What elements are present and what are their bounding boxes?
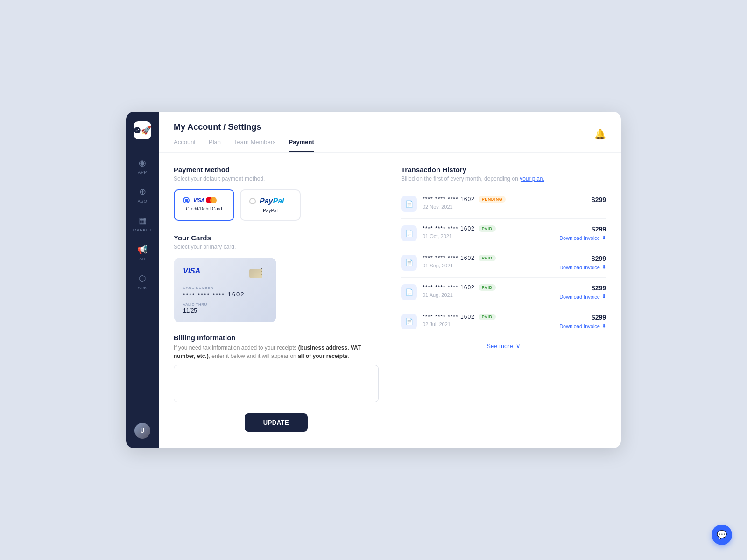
transaction-subtitle: Billed on the first of every month, depe… — [401, 175, 606, 182]
aso-icon: ⊕ — [139, 187, 146, 197]
tab-team[interactable]: Team Members — [234, 139, 276, 152]
payment-option-paypal[interactable]: PayPal PayPal — [240, 189, 301, 221]
transaction-date-1: 02 Nov, 2021 — [423, 204, 586, 210]
transaction-item-2: 📄 **** **** **** 1602 PAID 01 Oct, 2021 … — [401, 219, 606, 248]
payment-method-subtitle: Select your default payment method. — [174, 175, 379, 182]
card-logos: VISA — [193, 197, 217, 203]
app-icon: ◉ — [139, 158, 146, 168]
sidebar-item-ad[interactable]: 📢 AD — [126, 240, 159, 266]
download-invoice-5[interactable]: Download Invoice ⬇ — [559, 323, 606, 329]
sidebar-item-aso-label: ASO — [138, 199, 148, 203]
chat-icon: 💬 — [717, 530, 727, 540]
notification-bell-icon[interactable]: 🔔 — [594, 129, 606, 139]
transaction-history-title: Transaction History — [401, 166, 606, 174]
sdk-icon: ⬡ — [139, 273, 146, 284]
download-invoice-4[interactable]: Download Invoice ⬇ — [559, 294, 606, 300]
app-shell: 🚀 ◉ APP ⊕ ASO ▦ MARKET 📢 AD ⬡ SDK — [126, 112, 621, 448]
logo[interactable]: 🚀 — [134, 121, 151, 139]
transaction-icon-4: 📄 — [401, 284, 417, 300]
paypal-logo-icon: PayPal — [260, 197, 284, 205]
transaction-info-4: **** **** **** 1602 PAID 01 Aug, 2021 — [423, 284, 554, 298]
your-plan-link[interactable]: your plan. — [520, 175, 544, 182]
transaction-amount-1: $299 — [592, 196, 606, 203]
sidebar-item-market[interactable]: ▦ MARKET — [126, 211, 159, 237]
transaction-date-5: 02 Jul, 2021 — [423, 322, 554, 327]
transaction-date-3: 01 Sep, 2021 — [423, 263, 554, 268]
download-invoice-2[interactable]: Download Invoice ⬇ — [559, 235, 606, 241]
transaction-info-1: **** **** **** 1602 PENDING 02 Nov, 2021 — [423, 196, 586, 210]
main-content: My Account / Settings Account Plan Team … — [159, 112, 621, 448]
transaction-badge-1: PENDING — [479, 196, 506, 203]
billing-textarea[interactable] — [174, 365, 379, 402]
your-cards-subtitle: Select your primary card. — [174, 244, 379, 250]
transaction-amount-4: $299 — [559, 284, 606, 292]
sidebar-item-sdk-label: SDK — [138, 286, 147, 290]
right-column: Transaction History Billed on the first … — [401, 166, 606, 435]
sidebar-item-app[interactable]: ◉ APP — [126, 153, 159, 179]
card-expiry-label: VALID THRU — [183, 302, 267, 307]
transaction-amount-5: $299 — [559, 314, 606, 321]
transaction-badge-5: PAID — [479, 314, 496, 320]
transaction-item-4: 📄 **** **** **** 1602 PAID 01 Aug, 2021 … — [401, 278, 606, 307]
card-number: •••• •••• •••• 1602 — [183, 291, 267, 298]
transaction-item-3: 📄 **** **** **** 1602 PAID 01 Sep, 2021 … — [401, 248, 606, 278]
billing-title: Billing Information — [174, 334, 379, 342]
sidebar-item-sdk[interactable]: ⬡ SDK — [126, 269, 159, 295]
transaction-id-5: **** **** **** 1602 — [423, 314, 475, 320]
tab-account[interactable]: Account — [174, 139, 196, 152]
billing-description: If you need tax information added to you… — [174, 343, 379, 360]
payment-option-card[interactable]: VISA Credit/Debit Card — [174, 189, 234, 221]
tab-plan[interactable]: Plan — [209, 139, 221, 152]
sidebar: 🚀 ◉ APP ⊕ ASO ▦ MARKET 📢 AD ⬡ SDK — [126, 112, 159, 448]
radio-paypal — [249, 198, 256, 204]
left-column: Payment Method Select your default payme… — [174, 166, 379, 435]
update-button-container: UPDATE — [174, 413, 379, 432]
billing-section: Billing Information If you need tax info… — [174, 334, 379, 432]
saved-card[interactable]: VISA ⋮ CARD NUMBER •••• •••• •••• 1602 V… — [174, 258, 276, 322]
transaction-right-4: $299 Download Invoice ⬇ — [559, 284, 606, 300]
your-cards-title: Your Cards — [174, 234, 379, 242]
mastercard-logo-icon — [206, 197, 217, 203]
transaction-id-2: **** **** **** 1602 — [423, 225, 475, 232]
transaction-date-4: 01 Aug, 2021 — [423, 292, 554, 298]
card-expiry: 11/25 — [183, 308, 267, 314]
card-brand-label: VISA — [183, 267, 200, 275]
page-title: My Account / Settings — [174, 122, 314, 132]
transaction-badge-2: PAID — [479, 225, 496, 232]
tab-payment[interactable]: Payment — [289, 139, 314, 152]
transaction-item-5: 📄 **** **** **** 1602 PAID 02 Jul, 2021 … — [401, 307, 606, 336]
header-right: 🔔 — [594, 128, 606, 146]
header: My Account / Settings Account Plan Team … — [159, 112, 621, 153]
visa-logo-icon: VISA — [193, 197, 204, 203]
see-more-button[interactable]: See more ∨ — [401, 336, 606, 356]
transaction-id-3: **** **** **** 1602 — [423, 255, 475, 261]
user-avatar[interactable]: U — [134, 423, 150, 439]
transaction-right-3: $299 Download Invoice ⬇ — [559, 255, 606, 270]
download-invoice-3[interactable]: Download Invoice ⬇ — [559, 264, 606, 270]
transaction-list: 📄 **** **** **** 1602 PENDING 02 Nov, 20… — [401, 189, 606, 336]
transaction-date-2: 01 Oct, 2021 — [423, 233, 554, 239]
content-area: Payment Method Select your default payme… — [159, 153, 621, 448]
paypal-label: PayPal — [263, 208, 278, 213]
chat-button[interactable]: 💬 — [712, 525, 732, 545]
chevron-down-icon: ∨ — [516, 343, 521, 350]
sidebar-item-app-label: APP — [138, 170, 147, 175]
transaction-icon-3: 📄 — [401, 255, 417, 271]
tabs: Account Plan Team Members Payment — [174, 139, 314, 152]
sidebar-item-aso[interactable]: ⊕ ASO — [126, 182, 159, 208]
radio-card — [183, 197, 190, 203]
card-label: Credit/Debit Card — [186, 206, 222, 211]
market-icon: ▦ — [139, 216, 147, 226]
card-number-label: CARD NUMBER — [183, 286, 267, 290]
transaction-right-2: $299 Download Invoice ⬇ — [559, 225, 606, 241]
transaction-amount-2: $299 — [559, 225, 606, 233]
transaction-icon-1: 📄 — [401, 196, 417, 212]
transaction-info-3: **** **** **** 1602 PAID 01 Sep, 2021 — [423, 255, 554, 268]
card-chip-icon — [249, 269, 262, 278]
payment-method-options: VISA Credit/Debit Card P — [174, 189, 379, 221]
sidebar-nav: ◉ APP ⊕ ASO ▦ MARKET 📢 AD ⬡ SDK — [126, 153, 159, 423]
ad-icon: 📢 — [137, 245, 148, 255]
transaction-right-1: $299 — [592, 196, 606, 205]
sidebar-item-market-label: MARKET — [133, 228, 152, 232]
update-button[interactable]: UPDATE — [245, 413, 308, 432]
